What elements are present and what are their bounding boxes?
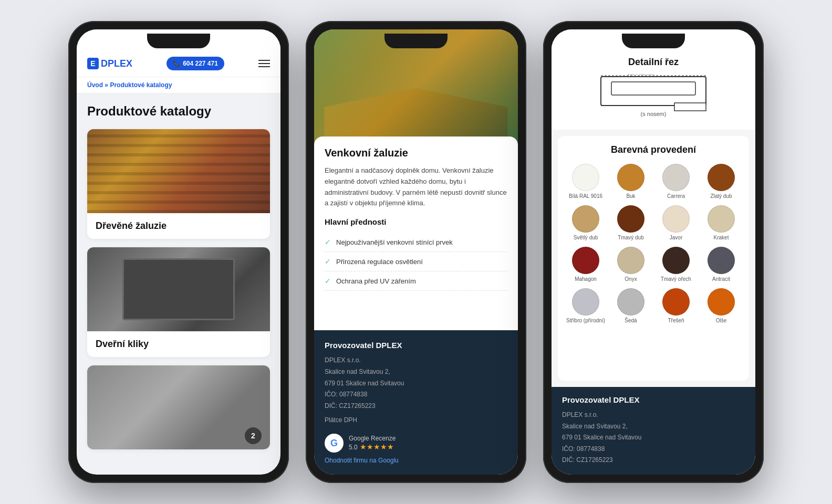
hamburger-line [258, 63, 270, 64]
logo-text: DPLEX [101, 58, 132, 69]
screen-1: E DPLEX 📞 604 227 471 Úvod » Produktové … [77, 29, 280, 475]
color-name-1: Buk [626, 193, 635, 199]
color-name-9: Onyx [625, 276, 637, 282]
review-details: Google Recenze 5.0 ★★★★★ [349, 435, 396, 452]
phone-number: 604 227 471 [183, 60, 218, 67]
features-title: Hlavní přednosti [325, 217, 507, 226]
feature-2: ✓ Přirozená regulace osvětlení [325, 252, 507, 271]
color-name-7: Kraket [714, 235, 729, 240]
product-content: Venkovní žaluzie Elegantní a nadčasový d… [314, 136, 518, 330]
svg-text:(s nosem): (s nosem) [641, 111, 667, 117]
color-item-7: Kraket [702, 205, 741, 240]
color-item-3: Zlatý dub [702, 164, 741, 199]
breadcrumb: Úvod » Produktové katalogy [77, 77, 280, 93]
svg-rect-3 [674, 103, 706, 111]
phone-button[interactable]: 📞 604 227 471 [167, 57, 224, 70]
color-name-5: Tmavý dub [618, 235, 643, 240]
phone-icon: 📞 [173, 60, 181, 67]
ico-3: IČO: 08774838 [562, 444, 745, 455]
color-name-14: Třešeň [668, 318, 684, 323]
color-circle-8 [572, 247, 599, 274]
product-label-door: Dveřní kliky [87, 331, 270, 357]
dic-2: DIČ: CZ17265223 [325, 401, 507, 412]
svg-rect-0 [601, 77, 706, 106]
color-name-13: Šedá [625, 318, 637, 323]
feature-3: ✓ Ochrana před UV zářením [325, 271, 507, 291]
phone-notch-3 [622, 34, 685, 48]
product-card-wood[interactable]: Dřevěné žaluzie [87, 129, 270, 239]
color-item-0: Bílá RAL 9016 [566, 164, 605, 199]
feature-text-3: Ochrana před UV zářením [336, 277, 416, 285]
color-circle-11 [708, 247, 735, 274]
hamburger-line [258, 60, 270, 61]
color-name-8: Mahagon [575, 276, 597, 282]
color-circle-10 [662, 247, 690, 274]
logo-1: E DPLEX [87, 58, 132, 69]
color-item-4: Světlý dub [566, 205, 605, 240]
product-card-door[interactable]: Dveřní kliky [87, 247, 270, 357]
rating-number: 5.0 [349, 444, 358, 451]
footer-info-2: DPLEX s.r.o. Skalice nad Svitavou 2, 679… [325, 355, 507, 426]
svg-text:160 – 500 mm: 160 – 500 mm [627, 74, 654, 76]
color-item-15: Olše [702, 288, 741, 323]
color-circle-3 [708, 164, 735, 191]
ico-2: IČO: 08774838 [325, 389, 507, 401]
address1-2: Skalice nad Svitavou 2, [325, 366, 507, 378]
review-rating: 5.0 ★★★★★ [349, 442, 396, 452]
color-name-12: Stříbro (přírodní) [566, 318, 605, 323]
product-image-wood [87, 129, 270, 213]
hamburger-line [258, 66, 270, 67]
stars: ★★★★★ [360, 443, 394, 451]
color-item-1: Buk [611, 164, 650, 199]
logo-e: E [87, 58, 99, 69]
product-card-gate[interactable]: 2 [87, 365, 270, 449]
color-name-11: Antracit [712, 276, 730, 282]
check-icon-3: ✓ [325, 277, 331, 285]
dic-3: DIČ: CZ17265223 [562, 455, 745, 466]
phone-2: Venkovní žaluzie Elegantní a nadčasový d… [306, 21, 526, 483]
google-label: Google Recenze [349, 435, 396, 442]
color-circle-13 [617, 288, 644, 316]
colors-title: Barevná provedení [566, 144, 741, 155]
detail-title: Detailní řez [562, 57, 745, 68]
google-link[interactable]: Ohodnotit firmu na Googlu [325, 457, 507, 464]
product-image-gate: 2 [87, 365, 270, 449]
company-name-3: DPLEX s.r.o. [562, 410, 745, 421]
color-item-2: Carrera [657, 164, 695, 199]
menu-button[interactable] [258, 60, 270, 67]
gate-badge: 2 [245, 427, 262, 444]
feature-1: ✓ Nejpoužívanější venkovní stínící prvek [325, 233, 507, 252]
color-circle-5 [617, 205, 644, 233]
color-circle-14 [662, 288, 690, 316]
color-name-4: Světlý dub [574, 235, 598, 240]
footer-3: Provozovatel DPLEX DPLEX s.r.o. Skalice … [552, 387, 755, 475]
check-icon-1: ✓ [325, 238, 331, 246]
detail-diagram: (s nosem) 160 – 500 mm [596, 74, 711, 121]
svg-rect-1 [611, 82, 695, 95]
screen-2: Venkovní žaluzie Elegantní a nadčasový d… [314, 29, 518, 475]
product-image-door [87, 247, 270, 331]
colors-section: Barevná provedení Bílá RAL 9016BukCarrer… [558, 136, 749, 381]
color-circle-1 [617, 164, 644, 191]
color-item-13: Šedá [611, 288, 650, 323]
company-name-2: DPLEX s.r.o. [325, 355, 507, 366]
color-circle-7 [708, 205, 735, 233]
color-circle-6 [662, 205, 690, 233]
color-item-12: Stříbro (přírodní) [566, 288, 605, 323]
product-description: Elegantní a nadčasový doplněk domu. Venk… [325, 165, 507, 209]
color-grid: Bílá RAL 9016BukCarreraZlatý dubSvětlý d… [566, 164, 741, 323]
feature-text-2: Přirozená regulace osvětlení [336, 258, 423, 266]
phone-1: E DPLEX 📞 604 227 471 Úvod » Produktové … [68, 21, 289, 483]
phone-notch-1 [147, 34, 210, 48]
color-item-14: Třešeň [657, 288, 695, 323]
color-name-6: Javor [670, 235, 682, 240]
breadcrumb-home[interactable]: Úvod [87, 81, 103, 89]
product-title: Venkovní žaluzie [325, 147, 507, 159]
color-item-11: Antracit [702, 247, 741, 282]
footer-title-2: Provozovatel DPLEX [325, 341, 507, 350]
catalog-content: Produktové katalogy Dřevěné žaluzie Dveř… [77, 93, 280, 475]
footer-2: Provozovatel DPLEX DPLEX s.r.o. Skalice … [314, 330, 518, 475]
color-item-5: Tmavý dub [611, 205, 650, 240]
breadcrumb-sep: » [105, 81, 108, 89]
color-circle-12 [572, 288, 599, 316]
